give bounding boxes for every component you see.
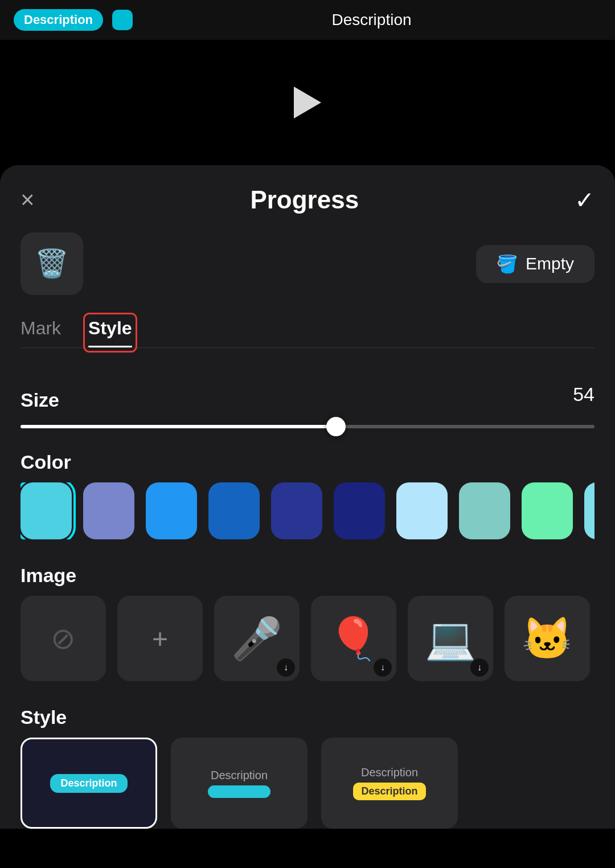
style-label: Style [20,706,594,728]
image-item-laptop[interactable]: 💻 ↓ [408,596,493,681]
bucket-icon: 🪣 [497,254,518,274]
top-bar-pill-label: Description [24,13,93,27]
no-image-icon: ⊘ [51,621,76,656]
tabs-row: Mark Style [20,318,594,348]
panel-header: × Progress ✓ [20,186,594,214]
image-row: ⊘ + 🎤 ↓ 🎈 ↓ 💻 ↓ 🐱 [20,596,594,681]
color-swatch-3[interactable] [208,482,260,539]
color-swatch-9[interactable] [584,482,594,539]
balloon-emoji: 🎈 [328,615,379,663]
play-button[interactable] [294,87,321,118]
style-card-2-desc: Description [361,766,418,779]
style-card-1-desc: Description [211,769,268,782]
color-swatch-2[interactable] [146,482,197,539]
image-item-mic[interactable]: 🎤 ↓ [214,596,300,681]
color-swatch-7[interactable] [459,482,510,539]
style-card-1-inner: Description [171,738,308,829]
style-pill-cyan: Description [50,774,127,793]
trash-button[interactable]: 🗑️ [20,232,83,295]
style-pill-yellow: Description [353,783,425,800]
trash-icon: 🗑️ [35,248,69,280]
image-item-none[interactable]: ⊘ [20,596,106,681]
color-swatch-1[interactable] [83,482,134,539]
style-card-0[interactable]: Description [20,738,157,829]
color-label: Color [20,451,594,473]
color-swatch-4[interactable] [271,482,322,539]
panel: × Progress ✓ 🗑️ 🪣 Empty Mark Style Size … [0,165,615,829]
slider-thumb[interactable] [326,417,346,436]
download-badge-laptop: ↓ [470,658,489,677]
color-swatch-8[interactable] [522,482,573,539]
style-card-2-inner: Description Description [321,738,458,829]
style-card-1[interactable]: Description [171,738,308,829]
panel-title: Progress [250,186,359,214]
add-image-icon: + [152,623,168,654]
cat-emoji: 🐱 [522,615,573,663]
style-card-0-inner: Description [22,739,155,827]
style-card-2[interactable]: Description Description [321,738,458,829]
top-bar-pill[interactable]: Description [14,9,103,31]
top-bar-title: Description [142,11,601,29]
style-bar-cyan [208,785,270,798]
empty-button[interactable]: 🪣 Empty [476,245,594,283]
top-bar-pill-small[interactable] [112,10,133,30]
confirm-button[interactable]: ✓ [575,186,594,214]
preview-area[interactable] [0,40,615,165]
laptop-emoji: 💻 [425,615,476,663]
image-item-balloon[interactable]: 🎈 ↓ [311,596,396,681]
image-label: Image [20,564,594,587]
style-row: Description Description Description Desc… [20,738,594,829]
size-row: Size 54 [20,369,594,420]
mic-emoji: 🎤 [231,615,282,663]
download-badge-mic: ↓ [277,658,295,677]
action-row: 🗑️ 🪣 Empty [20,232,594,295]
close-button[interactable]: × [20,188,35,212]
top-bar: Description Description [0,0,615,40]
color-swatch-0[interactable] [20,482,72,539]
tab-style[interactable]: Style [88,318,132,347]
image-item-add[interactable]: + [117,596,203,681]
color-swatch-6[interactable] [396,482,448,539]
size-label: Size [20,389,59,411]
size-slider[interactable] [20,425,594,428]
color-swatch-5[interactable] [334,482,385,539]
size-value: 54 [573,383,594,406]
empty-label: Empty [526,254,574,273]
download-badge-balloon: ↓ [374,658,392,677]
tab-mark[interactable]: Mark [20,318,61,347]
color-row [20,482,594,539]
image-item-cat[interactable]: 🐱 [505,596,590,681]
